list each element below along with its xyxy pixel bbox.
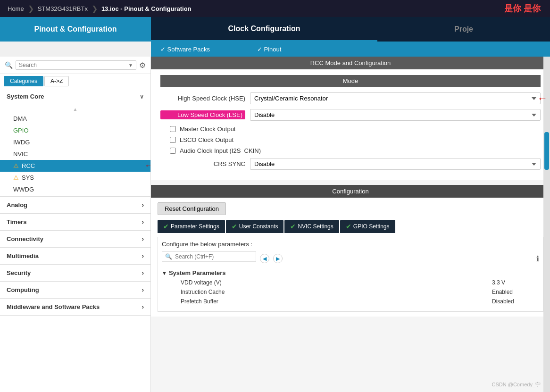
section-middleware[interactable]: Middleware and Software Packs ›	[0, 299, 150, 316]
search-box: ▼	[16, 60, 136, 70]
sidebar-item-dma[interactable]: DMA	[0, 113, 150, 125]
crs-row: CRS SYNC Disable Enable	[160, 158, 541, 170]
hse-label: High Speed Clock (HSE)	[160, 95, 245, 102]
sidebar-item-iwdg[interactable]: IWDG	[0, 136, 150, 148]
sidebar-item-nvic[interactable]: NVIC	[0, 148, 150, 160]
mode-section: Mode High Speed Clock (HSE) Crystal/Cera…	[151, 69, 550, 180]
section-security[interactable]: Security ›	[0, 265, 150, 282]
check-icon-nvic: ✔	[290, 223, 296, 230]
master-clock-label: Master Clock Output	[180, 125, 236, 133]
section-computing[interactable]: Computing ›	[0, 282, 150, 299]
nav-home[interactable]: Home	[5, 5, 27, 12]
nav-arrow-prev[interactable]: ◀	[260, 254, 269, 263]
chevron-right-connectivity: ›	[142, 235, 144, 242]
section-timers[interactable]: Timers ›	[0, 214, 150, 231]
chevron-right-multimedia: ›	[142, 252, 144, 259]
system-params-section: ▼ System Parameters VDD voltage (V) 3.3 …	[162, 269, 539, 305]
lsco-row: LSCO Clock Output	[160, 136, 541, 143]
chevron-right-middleware: ›	[142, 303, 144, 310]
nav-arrow-next[interactable]: ▶	[273, 254, 283, 263]
lsco-label: LSCO Clock Output	[180, 136, 233, 143]
audio-clock-row: Audio Clock Input (I2S_CKIN)	[160, 147, 541, 154]
param-instruction-cache: Instruction Cache Enabled	[162, 289, 539, 295]
param-vdd: VDD voltage (V) 3.3 V	[162, 279, 539, 286]
lsco-checkbox[interactable]	[170, 137, 176, 143]
audio-clock-label: Audio Clock Input (I2S_CKIN)	[180, 147, 261, 154]
rcc-mode-title: RCC Mode and Configuration	[151, 57, 550, 69]
section-analog[interactable]: Analog ›	[0, 197, 150, 214]
search-params-row: 🔍 ◀ ▶ ℹ	[162, 251, 539, 266]
mode-header: Mode	[160, 75, 541, 87]
params-search-box: 🔍	[162, 251, 256, 262]
crs-label: CRS SYNC	[160, 160, 245, 167]
tab-clock[interactable]: Clock Configuration	[151, 17, 377, 42]
sub-software-packs[interactable]: ✓ Software Packs	[151, 42, 219, 57]
params-description: Configure the below parameters : 🔍 ◀ ▶ ℹ	[158, 237, 543, 312]
sidebar-search-bar: 🔍 ▼ ⚙	[0, 57, 150, 74]
gear-icon[interactable]: ⚙	[139, 61, 146, 70]
sidebar-item-rcc[interactable]: ⚠ RCC ←	[0, 160, 150, 172]
tab-pinout[interactable]: Pinout & Configuration	[0, 17, 151, 42]
system-params-header: ▼ System Parameters	[162, 269, 539, 276]
config-header: Configuration	[151, 185, 550, 198]
hse-select[interactable]: Crystal/Ceramic Resonator Disable BYPASS…	[250, 92, 541, 104]
reset-config-button[interactable]: Reset Configuration	[158, 202, 226, 215]
top-nav: Home ❯ STM32G431RBTx ❯ 13.ioc - Pinout &…	[0, 0, 550, 17]
lse-label: Low Speed Clock (LSE)	[160, 110, 245, 119]
config-tabs: ✔ Parameter Settings ✔ User Constants ✔ …	[158, 220, 543, 233]
tab-project[interactable]: Proje	[377, 17, 550, 42]
lse-select[interactable]: Disable BYPASS Clock Source Crystal/Cera…	[250, 109, 541, 121]
sidebar-item-gpio[interactable]: GPIO	[0, 125, 150, 136]
section-multimedia[interactable]: Multimedia ›	[0, 248, 150, 265]
hse-row: High Speed Clock (HSE) Crystal/Ceramic R…	[160, 92, 541, 104]
param-vdd-key: VDD voltage (V)	[171, 279, 492, 286]
warning-icon-rcc: ⚠	[13, 162, 19, 169]
content-area: RCC Mode and Configuration Mode High Spe…	[151, 57, 550, 392]
expand-icon[interactable]: ▼	[162, 270, 167, 276]
check-icon-user: ✔	[232, 223, 237, 230]
param-prefetch-value: Disabled	[492, 298, 539, 305]
scroll-up-arrow[interactable]: ▲	[0, 106, 150, 113]
main-layout: 🔍 ▼ ⚙ Categories A->Z System Core ∨ ▲	[0, 57, 550, 392]
search-input[interactable]	[19, 62, 128, 68]
sidebar-item-wwdg[interactable]: WWDG	[0, 183, 150, 195]
scrollbar-track[interactable]	[543, 57, 550, 392]
param-prefetch-key: Prefetch Buffer	[171, 298, 492, 305]
chevron-right-security: ›	[142, 269, 144, 276]
tab-parameter-settings[interactable]: ✔ Parameter Settings	[158, 220, 225, 233]
params-search-input[interactable]	[175, 253, 253, 260]
param-icache-key: Instruction Cache	[171, 289, 492, 295]
config-body: Reset Configuration ✔ Parameter Settings…	[151, 198, 550, 317]
sub-pinout[interactable]: ✓ Pinout	[248, 42, 291, 57]
nav-chip[interactable]: STM32G431RBTx	[35, 5, 91, 12]
tab-gpio-settings[interactable]: ✔ GPIO Settings	[340, 220, 395, 233]
tab-categories[interactable]: Categories	[4, 76, 43, 86]
sidebar: 🔍 ▼ ⚙ Categories A->Z System Core ∨ ▲	[0, 57, 151, 392]
system-core-header[interactable]: System Core ∨	[0, 88, 150, 105]
chinese-text: 是你 是你	[504, 3, 541, 14]
tab-az[interactable]: A->Z	[44, 76, 69, 86]
audio-clock-checkbox[interactable]	[170, 148, 176, 154]
section-connectivity[interactable]: Connectivity ›	[0, 231, 150, 248]
tab-nvic-settings[interactable]: ✔ NVIC Settings	[284, 220, 339, 233]
search-magnifier-icon: 🔍	[5, 61, 13, 69]
param-prefetch: Prefetch Buffer Disabled	[162, 298, 539, 305]
chevron-right-analog: ›	[142, 201, 144, 209]
chevron-right-timers: ›	[142, 218, 144, 225]
chevron-right-computing: ›	[142, 286, 144, 293]
config-section: Configuration Reset Configuration ✔ Para…	[151, 185, 550, 317]
watermark: CSDN @Comedy_宁	[492, 381, 541, 388]
system-core-items: ▲ DMA GPIO IWDG NVIC ⚠ RCC ←	[0, 105, 150, 196]
sidebar-item-sys[interactable]: ⚠ SYS	[0, 172, 150, 183]
master-clock-checkbox[interactable]	[170, 126, 176, 132]
dropdown-arrow-icon: ▼	[128, 63, 133, 68]
crs-select[interactable]: Disable Enable	[250, 158, 541, 170]
check-icon-params: ✔	[163, 223, 169, 230]
header-tabs: Pinout & Configuration Clock Configurati…	[0, 17, 550, 42]
scrollbar-thumb[interactable]	[544, 132, 549, 170]
info-icon[interactable]: ℹ	[536, 254, 539, 263]
check-icon-gpio: ✔	[346, 223, 351, 230]
section-system-core: System Core ∨ ▲ DMA GPIO IWDG NVIC ⚠	[0, 88, 150, 197]
nav-file[interactable]: 13.ioc - Pinout & Configuration	[99, 5, 194, 12]
tab-user-constants[interactable]: ✔ User Constants	[226, 220, 284, 233]
